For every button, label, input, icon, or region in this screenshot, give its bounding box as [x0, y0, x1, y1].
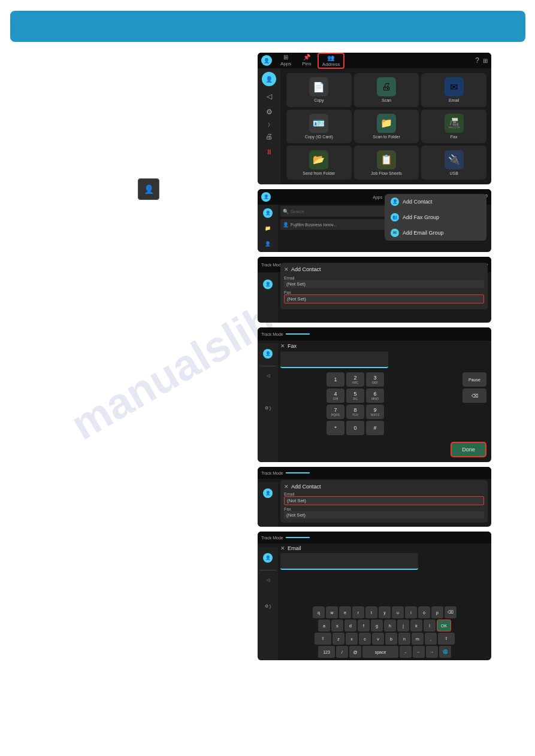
key-space[interactable]: space — [362, 646, 398, 658]
key-6[interactable]: 6MNO — [366, 388, 384, 403]
help-icon[interactable]: ? — [475, 56, 479, 65]
menu-add-contact[interactable]: 👤 Add Contact — [385, 194, 486, 210]
sidebar-printer-icon[interactable]: 🖨 — [264, 131, 274, 142]
s5-email-value[interactable]: (Not Set) — [284, 496, 484, 505]
key-pause[interactable]: Pause — [463, 372, 486, 387]
key-right-arrow[interactable]: → — [426, 646, 438, 658]
key-0[interactable]: 0 — [346, 421, 364, 435]
key-3[interactable]: 3DEF — [366, 372, 384, 387]
key-123[interactable]: 123 — [318, 646, 335, 658]
tab-address[interactable]: 👥 Address — [318, 53, 344, 69]
key-hash[interactable]: # — [366, 421, 384, 435]
s3-sidebar-user[interactable]: 👤 — [263, 280, 273, 289]
app-copy[interactable]: 📄 Copy — [286, 73, 352, 107]
key-b[interactable]: b — [385, 633, 397, 645]
menu-add-email-group[interactable]: ✉ Add Email Group — [385, 225, 486, 241]
key-x[interactable]: x — [346, 633, 358, 645]
app-email[interactable]: ✉ Email — [421, 73, 486, 107]
key-j[interactable]: j — [397, 620, 409, 631]
s6-user[interactable]: 👤 — [263, 553, 273, 563]
key-8[interactable]: 8TUV — [346, 405, 364, 419]
app-scantofolder[interactable]: 📁 Scan to Folder — [354, 110, 419, 144]
app-jobflow[interactable]: 📋 Job Flow Sheets — [354, 145, 419, 180]
s4-settings[interactable]: ⚙ ) — [265, 406, 271, 411]
key-i[interactable]: i — [405, 606, 417, 618]
key-c[interactable]: c — [359, 633, 371, 645]
app-sendfrom[interactable]: 📂 Send from Folder — [286, 145, 352, 180]
app-copyid[interactable]: 🪪 Copy (ID Card) — [286, 110, 352, 144]
key-s[interactable]: s — [331, 620, 343, 631]
key-1[interactable]: 1 — [327, 372, 344, 387]
key-o[interactable]: o — [418, 606, 430, 618]
s2-sidebar-folder[interactable]: 📁 — [262, 223, 273, 233]
app-fax[interactable]: 📠 Fax — [421, 110, 486, 144]
menu-add-fax-group[interactable]: 👥 Add Fax Group — [385, 210, 486, 225]
s2-sidebar-user2[interactable]: 👤 — [262, 238, 273, 249]
s4-sidebar-arrow[interactable]: ◁ — [267, 374, 270, 378]
key-m[interactable]: m — [412, 633, 424, 645]
key-g[interactable]: g — [371, 620, 383, 631]
key-q[interactable]: q — [313, 606, 325, 618]
key-y[interactable]: y — [379, 606, 391, 618]
email-input-field[interactable] — [280, 553, 418, 570]
fax-label: Fax — [451, 135, 458, 139]
key-h[interactable]: h — [384, 620, 396, 631]
close-button[interactable]: ✕ — [284, 266, 289, 272]
sidebar-user-icon[interactable]: 👤 — [262, 72, 276, 86]
email-close-btn[interactable]: ✕ — [280, 545, 285, 551]
key-5[interactable]: 5JKL — [346, 388, 364, 403]
key-7[interactable]: 7PQRS — [327, 405, 344, 419]
key-2[interactable]: 2ABC — [346, 372, 364, 387]
app-usb[interactable]: 🔌 USB — [421, 145, 486, 180]
key-backspace-kb[interactable]: ⌫ — [445, 606, 457, 618]
key-left-arrow[interactable]: ← — [413, 646, 425, 658]
key-slash[interactable]: / — [336, 646, 348, 658]
fax-field-value[interactable]: (Not Set) — [284, 294, 484, 303]
key-v[interactable]: v — [372, 633, 384, 645]
tab-pins[interactable]: 📌 Pins — [297, 53, 316, 69]
key-t[interactable]: t — [365, 606, 377, 618]
key-d[interactable]: d — [344, 620, 356, 631]
email-field-value[interactable]: (Not Set) — [284, 280, 484, 288]
key-w[interactable]: w — [326, 606, 338, 618]
key-comma[interactable]: , — [425, 633, 437, 645]
key-shift-right[interactable]: ⇧ — [438, 633, 455, 645]
s5-user[interactable]: 👤 — [263, 488, 273, 498]
s6-settings[interactable]: ⚙ ) — [265, 604, 271, 609]
key-shift-left[interactable]: ⇧ — [315, 633, 331, 645]
key-at[interactable]: @ — [349, 646, 361, 658]
key-ok[interactable]: OK — [437, 620, 451, 631]
sidebar-stop-icon[interactable]: ⏸ — [264, 147, 274, 157]
key-a[interactable]: a — [318, 620, 330, 631]
s6-arrow[interactable]: ◁ — [267, 578, 270, 582]
key-star[interactable]: * — [327, 421, 344, 435]
key-k[interactable]: k — [410, 620, 422, 631]
fax-close-btn[interactable]: ✕ — [280, 343, 285, 349]
key-4[interactable]: 4GHI — [327, 388, 344, 403]
key-n[interactable]: n — [398, 633, 410, 645]
key-globe[interactable]: 🌐 — [439, 646, 451, 658]
done-button[interactable]: Done — [451, 442, 486, 457]
key-f[interactable]: f — [358, 620, 370, 631]
key-l[interactable]: l — [424, 620, 436, 631]
app-scan[interactable]: 🖨 Scan — [354, 73, 419, 107]
key-r[interactable]: r — [352, 606, 364, 618]
sidebar-settings-icon[interactable]: ⚙ — [264, 107, 274, 117]
key-z[interactable]: z — [333, 633, 344, 645]
key-dash[interactable]: - — [400, 646, 412, 658]
tab-apps[interactable]: ⊞ Apps — [276, 53, 296, 69]
grid-icon[interactable]: ⊞ — [483, 57, 488, 64]
key-e[interactable]: e — [339, 606, 351, 618]
key-u[interactable]: u — [392, 606, 404, 618]
key-9[interactable]: 9WXYZ — [366, 405, 384, 419]
s2-sidebar-user[interactable]: 👤 — [263, 208, 273, 218]
key-backspace[interactable]: ⌫ — [463, 388, 486, 403]
left-icon[interactable]: 👤 — [138, 178, 159, 200]
s5-close[interactable]: ✕ — [284, 484, 289, 490]
key-p[interactable]: p — [431, 606, 443, 618]
s4-sidebar-user[interactable]: 👤 — [263, 349, 273, 359]
user-icon: 👤 — [144, 184, 154, 194]
fax-input-field[interactable] — [280, 351, 388, 368]
s5-fax-value[interactable]: (Not Set) — [284, 511, 484, 519]
sidebar-arrow-icon[interactable]: ◁ — [264, 91, 274, 102]
